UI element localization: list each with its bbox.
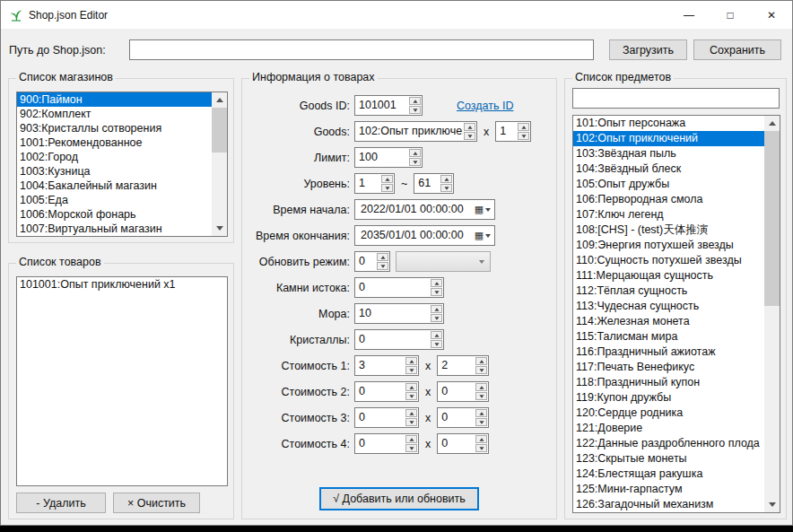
primogems-value[interactable]: 0: [355, 278, 430, 297]
cost2-count-value[interactable]: 0: [438, 382, 475, 401]
path-input[interactable]: [129, 39, 594, 60]
begin-time-picker[interactable]: 2022/01/01 00:00:00 ▦: [354, 199, 495, 220]
spin-down-button[interactable]: [405, 392, 417, 400]
primogems-input[interactable]: 0: [354, 277, 444, 298]
list-item[interactable]: 106:Первородная смола: [573, 192, 764, 207]
cost4-item-input[interactable]: 0: [354, 433, 419, 454]
spin-down-button[interactable]: [431, 340, 442, 348]
list-item[interactable]: 113:Чудесная сущность: [573, 299, 764, 314]
spin-down-button[interactable]: [475, 366, 487, 374]
scroll-down-button[interactable]: [764, 497, 780, 512]
cost4-item-value[interactable]: 0: [355, 434, 405, 453]
goods-listbox[interactable]: 101001:Опыт приключений x1: [16, 276, 228, 486]
spin-up-button[interactable]: [431, 305, 442, 313]
list-item[interactable]: 1002:Город: [17, 150, 212, 164]
crystals-value[interactable]: 0: [355, 330, 430, 349]
limit-value[interactable]: 100: [355, 148, 408, 167]
list-item[interactable]: 117:Печать Венефикус: [573, 360, 764, 375]
spin-down-button[interactable]: [405, 444, 417, 452]
spin-up-button[interactable]: [405, 409, 417, 417]
cost1-count-input[interactable]: 2: [437, 355, 489, 376]
spin-down-button[interactable]: [475, 444, 487, 452]
spin-down-button[interactable]: [377, 262, 388, 270]
spin-up-button[interactable]: [431, 331, 442, 339]
spin-down-button[interactable]: [409, 106, 421, 114]
list-item[interactable]: 900:Паймон: [17, 92, 212, 107]
scroll-thumb[interactable]: [212, 108, 227, 153]
cost3-count-input[interactable]: 0: [437, 407, 489, 428]
item-list-scrollbar[interactable]: [764, 116, 780, 512]
shop-list-scrollbar[interactable]: [212, 92, 227, 236]
crystals-input[interactable]: 0: [354, 329, 444, 350]
load-button[interactable]: Загрузить: [609, 39, 687, 60]
spin-up-button[interactable]: [405, 383, 417, 391]
cost1-count-value[interactable]: 2: [438, 356, 475, 375]
refresh-mode-input[interactable]: 0: [354, 251, 390, 272]
list-item[interactable]: 123:Скрытые монеты: [573, 451, 764, 467]
list-item[interactable]: 125:Мини-гарпастум: [573, 482, 764, 497]
list-item[interactable]: 107:Ключ легенд: [573, 207, 764, 222]
list-item[interactable]: 903:Кристаллы сотворения: [17, 121, 212, 135]
list-item[interactable]: 101:Опыт персонажа: [573, 116, 764, 131]
list-item[interactable]: 104:Звёздный блеск: [573, 161, 764, 177]
list-item[interactable]: 109:Энергия потухшей звезды: [573, 238, 764, 253]
maximize-button[interactable]: □: [710, 1, 751, 29]
limit-input[interactable]: 100: [354, 147, 423, 168]
scroll-down-button[interactable]: [212, 221, 227, 236]
spin-up-button[interactable]: [440, 175, 452, 183]
goods-id-value[interactable]: 101001: [355, 96, 408, 115]
list-item[interactable]: 902:Комплект: [17, 107, 212, 121]
spin-down-button[interactable]: [475, 392, 487, 400]
spin-up-button[interactable]: [405, 435, 417, 443]
close-button[interactable]: ✕: [751, 1, 792, 29]
cost2-item-value[interactable]: 0: [355, 382, 405, 401]
goods-count-input[interactable]: 1: [495, 121, 531, 142]
goods-count-value[interactable]: 1: [496, 122, 517, 141]
spin-down-button[interactable]: [431, 314, 442, 322]
refresh-mode-value[interactable]: 0: [355, 252, 376, 271]
cost1-item-input[interactable]: 3: [354, 355, 419, 376]
calendar-dropdown-button[interactable]: ▦: [471, 200, 494, 219]
mora-input[interactable]: 10: [354, 303, 444, 324]
minimize-button[interactable]: —: [668, 1, 710, 29]
goods-value[interactable]: 102:Опыт приключений: [355, 122, 463, 141]
list-item[interactable]: 1004:Бакалейный магазин: [17, 179, 212, 193]
spin-up-button[interactable]: [464, 123, 475, 131]
cost2-item-input[interactable]: 0: [354, 381, 419, 402]
spin-up-button[interactable]: [409, 97, 421, 105]
level-min-value[interactable]: 1: [355, 174, 380, 193]
calendar-dropdown-button[interactable]: ▦: [471, 226, 494, 245]
spin-down-button[interactable]: [405, 418, 417, 426]
list-item[interactable]: 118:Праздничный купон: [573, 375, 764, 390]
add-or-update-button[interactable]: √ Добавить или обновить: [319, 487, 479, 510]
create-id-link[interactable]: Создать ID: [457, 100, 513, 112]
spin-down-button[interactable]: [440, 184, 452, 192]
refresh-mode-combobox[interactable]: [396, 251, 491, 272]
goods-input[interactable]: 102:Опыт приключений: [354, 121, 477, 142]
spin-up-button[interactable]: [475, 383, 487, 391]
spin-up-button[interactable]: [475, 409, 487, 417]
level-max-input[interactable]: 61: [414, 173, 454, 194]
cost3-item-value[interactable]: 0: [355, 408, 405, 427]
spin-down-button[interactable]: [405, 366, 417, 374]
spin-down-button[interactable]: [518, 132, 529, 140]
list-item[interactable]: 1001:Рекомендованное: [17, 135, 212, 150]
list-item[interactable]: 1003:Кузница: [17, 164, 212, 179]
spin-down-button[interactable]: [381, 184, 393, 192]
list-item[interactable]: 101001:Опыт приключений x1: [17, 277, 227, 292]
cost3-count-value[interactable]: 0: [438, 408, 475, 427]
save-button[interactable]: Сохранить: [693, 39, 781, 60]
spin-up-button[interactable]: [518, 123, 529, 131]
list-item[interactable]: 120:Сердце родника: [573, 406, 764, 421]
item-listbox[interactable]: 101:Опыт персонажа102:Опыт приключений10…: [572, 115, 780, 513]
cost4-count-value[interactable]: 0: [438, 434, 475, 453]
spin-up-button[interactable]: [475, 435, 487, 443]
list-item[interactable]: 1006:Морской фонарь: [17, 207, 212, 222]
spin-up-button[interactable]: [405, 357, 417, 365]
list-item[interactable]: 102:Опыт приключений: [573, 131, 764, 146]
list-item[interactable]: 103:Звёздная пыль: [573, 146, 764, 161]
delete-goods-button[interactable]: - Удалить: [16, 493, 106, 513]
list-item[interactable]: 122:Данные раздробленного плода: [573, 436, 764, 451]
list-item[interactable]: 110:Сущность потухшей звезды: [573, 253, 764, 268]
shop-listbox[interactable]: 900:Паймон902:Комплект903:Кристаллы сотв…: [16, 92, 228, 237]
